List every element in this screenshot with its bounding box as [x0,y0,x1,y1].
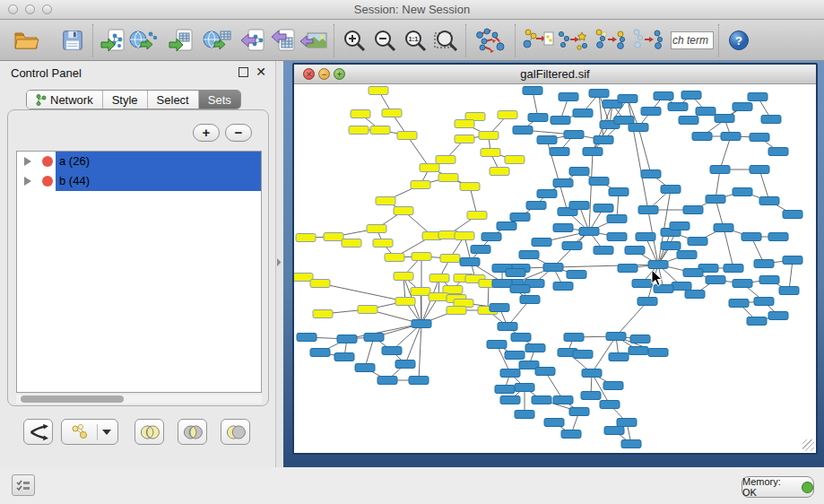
zoom-selected-button[interactable] [430,23,461,57]
network-node[interactable] [412,253,431,261]
network-node[interactable] [490,168,509,176]
network-node[interactable] [376,197,395,205]
network-node[interactable] [748,93,768,101]
network-node[interactable] [683,269,703,277]
network-node[interactable] [589,178,609,186]
save-session-button[interactable] [57,23,88,57]
network-node[interactable] [685,291,705,299]
network-node[interactable] [479,132,499,140]
network-node[interactable] [754,260,774,268]
network-node[interactable] [532,239,551,247]
network-node[interactable] [394,273,413,281]
network-node[interactable] [515,411,534,419]
network-node[interactable] [369,87,388,95]
panel-splitter[interactable] [276,61,283,467]
network-node[interactable] [648,349,668,357]
network-node[interactable] [759,197,779,205]
network-node[interactable] [342,239,361,248]
list-item[interactable]: a (26) [17,152,261,171]
network-node[interactable] [440,255,460,263]
horizontal-scrollbar[interactable] [16,395,262,404]
network-node[interactable] [603,382,623,390]
network-node[interactable] [761,116,781,124]
network-node[interactable] [505,352,525,360]
network-node[interactable] [373,239,393,248]
network-node[interactable] [471,246,490,254]
expand-arrow-icon[interactable] [22,176,33,187]
network-node[interactable] [397,132,417,140]
network-node[interactable] [629,347,648,355]
resize-grip[interactable] [802,439,814,451]
network-node[interactable] [349,126,369,135]
network-node[interactable] [607,215,627,223]
tab-style[interactable]: Style [103,91,148,109]
network-node[interactable] [523,87,542,95]
split-set-button[interactable] [23,419,53,445]
network-node[interactable] [559,93,578,101]
network-node[interactable] [621,440,641,448]
network-node[interactable] [543,264,563,272]
network-node[interactable] [411,181,430,189]
network-node[interactable] [648,261,668,269]
network-node[interactable] [618,265,638,273]
network-node[interactable] [670,222,690,230]
network-node[interactable] [525,344,545,352]
network-node[interactable] [544,419,564,427]
add-set-button[interactable]: + [193,124,220,142]
export-table-button[interactable] [268,23,299,57]
network-node[interactable] [324,233,343,241]
network-node[interactable] [724,265,743,273]
network-node[interactable] [337,335,357,343]
zoom-in-button[interactable] [339,23,369,57]
create-set-dropdown-button[interactable] [61,419,118,445]
network-node[interactable] [617,419,637,427]
network-node[interactable] [467,212,487,220]
network-node[interactable] [618,95,638,103]
network-node[interactable] [492,280,512,288]
close-panel-button[interactable]: ✕ [256,65,266,79]
network-node[interactable] [358,306,377,314]
network-node[interactable] [519,251,539,259]
network-node[interactable] [629,124,648,132]
import-table-file-button[interactable] [166,23,196,57]
network-node[interactable] [630,335,650,343]
network-node[interactable] [438,174,458,182]
network-node[interactable] [759,276,779,284]
network-node[interactable] [395,298,415,306]
network-node[interactable] [569,168,589,176]
network-node[interactable] [750,134,769,142]
network-node[interactable] [754,298,774,306]
network-node[interactable] [609,353,629,361]
network-node[interactable] [573,351,593,359]
network-node[interactable] [638,206,658,214]
network-node[interactable] [661,242,681,250]
network-node[interactable] [537,136,557,144]
network-node[interactable] [747,317,767,326]
network-node[interactable] [636,233,655,241]
network-node[interactable] [460,183,480,191]
network-node[interactable] [561,430,581,439]
network-edge[interactable] [365,337,374,368]
network-node[interactable] [498,323,517,331]
network-node[interactable] [385,254,404,262]
network-node[interactable] [632,280,652,288]
network-node[interactable] [355,364,375,372]
network-node[interactable] [594,136,613,144]
float-panel-button[interactable] [239,67,248,77]
network-edge[interactable] [759,169,769,201]
network-edge[interactable] [405,324,421,364]
network-edge[interactable] [789,260,793,291]
tab-select[interactable]: Select [148,91,199,109]
network-node[interactable] [510,285,530,293]
network-node[interactable] [532,396,551,404]
new-network-from-selection-button[interactable] [592,23,629,57]
network-node[interactable] [500,369,520,378]
network-node[interactable] [297,334,317,342]
network-node[interactable] [455,120,474,128]
network-node[interactable] [641,108,661,116]
network-node[interactable] [733,280,752,288]
network-node[interactable] [412,320,431,328]
network-node[interactable] [351,110,370,118]
network-node[interactable] [783,211,802,219]
network-node[interactable] [553,224,573,232]
